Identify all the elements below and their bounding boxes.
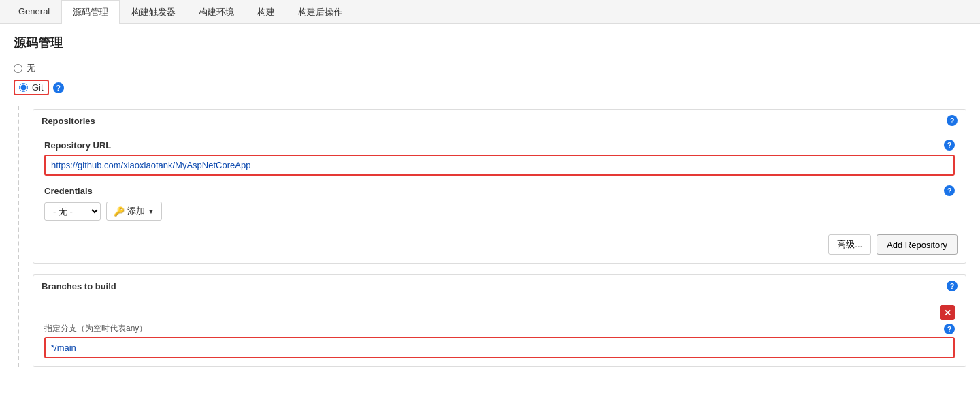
radio-git-input[interactable]	[19, 83, 28, 92]
scm-radio-group: 无 Git ?	[14, 62, 966, 95]
page-title: 源码管理	[14, 35, 966, 51]
repo-url-label: Repository URL	[44, 140, 111, 151]
branch-subfield: 指定分支（为空时代表any） ?	[44, 323, 955, 358]
git-help-icon[interactable]: ?	[53, 82, 64, 93]
action-buttons: 高级... Add Repository	[33, 229, 966, 263]
branches-block: Branches to build ? ✕ 指定分支（为空时代表any） ?	[33, 274, 966, 367]
branches-label: Branches to build	[42, 281, 116, 291]
add-dropdown-icon: ▼	[148, 208, 154, 215]
tab-general[interactable]: General	[7, 0, 61, 24]
repositories-help-icon[interactable]: ?	[947, 115, 958, 126]
add-repository-button[interactable]: Add Repository	[877, 234, 958, 255]
credentials-label: Credentials	[44, 186, 93, 196]
branch-input[interactable]	[44, 337, 955, 358]
branches-header: Branches to build ?	[33, 275, 966, 297]
repo-url-help-icon[interactable]: ?	[944, 140, 955, 151]
radio-git-label: Git	[32, 82, 44, 93]
branch-field-help-icon[interactable]: ?	[944, 324, 955, 334]
branches-help-icon[interactable]: ?	[947, 281, 958, 291]
credentials-label-row: Credentials ?	[44, 185, 955, 196]
radio-none[interactable]: 无	[14, 62, 966, 74]
git-section: Repositories ? Repository URL ? Credenti…	[18, 106, 966, 367]
branch-field-label-row: 指定分支（为空时代表any） ?	[44, 323, 955, 334]
tab-triggers[interactable]: 构建触发器	[120, 0, 187, 24]
tab-build[interactable]: 构建	[246, 0, 287, 24]
credentials-row: - 无 - 🔑 添加 ▼	[44, 202, 955, 221]
credentials-select[interactable]: - 无 -	[44, 202, 101, 221]
tab-post-build[interactable]: 构建后操作	[287, 0, 354, 24]
branch-field-label: 指定分支（为空时代表any）	[44, 323, 147, 334]
remove-branch-button[interactable]: ✕	[940, 305, 955, 320]
repositories-body: Repository URL ? Credentials ? - 无 - 🔑 添…	[33, 131, 966, 229]
tab-source[interactable]: 源码管理	[61, 0, 120, 24]
repo-url-input[interactable]	[44, 155, 955, 176]
page-content: 源码管理 无 Git ? Repositories ? Reposit	[0, 24, 980, 389]
add-credentials-button[interactable]: 🔑 添加 ▼	[106, 202, 162, 221]
branches-body: ✕ 指定分支（为空时代表any） ?	[33, 297, 966, 366]
advanced-button[interactable]: 高级...	[828, 234, 871, 255]
branches-section: Branches to build ? ✕ 指定分支（为空时代表any） ?	[33, 274, 966, 367]
repositories-block: Repositories ? Repository URL ? Credenti…	[33, 109, 966, 264]
credentials-help-icon[interactable]: ?	[944, 185, 955, 196]
repositories-header: Repositories ?	[33, 110, 966, 131]
radio-git[interactable]: Git	[14, 80, 49, 95]
key-icon: 🔑	[114, 206, 125, 217]
add-credentials-label: 添加	[127, 205, 145, 217]
radio-none-input[interactable]	[14, 64, 22, 73]
tab-env[interactable]: 构建环境	[187, 0, 246, 24]
repo-url-label-row: Repository URL ?	[44, 140, 955, 151]
radio-none-label: 无	[27, 62, 35, 74]
repositories-label: Repositories	[42, 116, 95, 126]
tab-bar: General 源码管理 构建触发器 构建环境 构建 构建后操作	[0, 0, 980, 24]
